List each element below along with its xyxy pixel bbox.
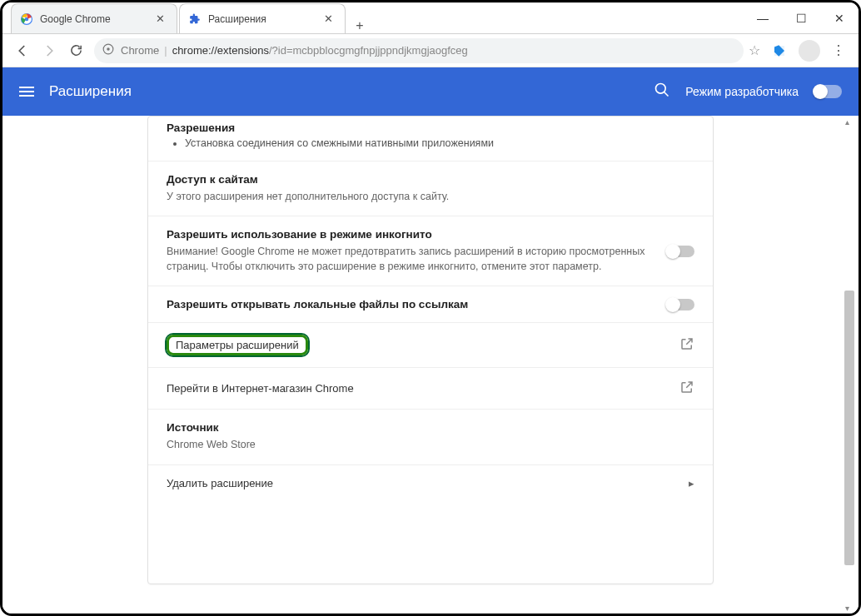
forward-button[interactable] — [36, 37, 62, 64]
new-tab-button[interactable]: + — [347, 18, 372, 33]
tab-strip: Google Chrome ✕ Расширения ✕ + — [2, 2, 372, 33]
site-access-section: Доступ к сайтам У этого расширения нет д… — [148, 161, 713, 216]
webstore-row[interactable]: Перейти в Интернет-магазин Chrome — [148, 368, 713, 410]
incognito-section: Разрешить использование в режиме инкогни… — [148, 216, 713, 286]
browser-tab-1[interactable]: Расширения ✕ — [179, 3, 346, 33]
scroll-thumb[interactable] — [844, 291, 854, 565]
chrome-icon — [20, 12, 33, 26]
section-title: Доступ к сайтам — [167, 173, 694, 186]
puzzle-icon — [188, 12, 202, 26]
menu-icon[interactable] — [19, 87, 34, 97]
vertical-scrollbar[interactable]: ▴ ▾ — [844, 116, 855, 614]
section-title: Источник — [167, 421, 694, 434]
profile-avatar[interactable] — [799, 40, 820, 62]
developer-mode-label: Режим разработчика — [685, 85, 799, 98]
section-description: У этого расширения нет дополнительного д… — [167, 189, 694, 204]
incognito-toggle[interactable] — [666, 246, 694, 257]
source-value: Chrome Web Store — [167, 437, 694, 452]
window-titlebar: Google Chrome ✕ Расширения ✕ + — ☐ ✕ — [2, 2, 859, 34]
open-in-new-icon — [679, 380, 694, 397]
section-title: Разрешить использование в режиме инкогни… — [167, 228, 646, 241]
bookmark-star-icon[interactable]: ☆ — [749, 42, 760, 58]
close-button[interactable]: ✕ — [820, 2, 859, 33]
scroll-up-icon[interactable]: ▴ — [845, 117, 854, 126]
browser-tab-0[interactable]: Google Chrome ✕ — [11, 3, 177, 33]
remove-label: Удалить расширение — [167, 477, 689, 489]
permissions-section: Разрешения Установка соединения со смежн… — [148, 117, 713, 161]
chevron-right-icon: ▸ — [689, 477, 694, 489]
svg-point-3 — [107, 47, 110, 51]
url-origin-label: Chrome — [121, 44, 159, 57]
reload-button[interactable] — [62, 37, 89, 64]
tab-title: Расширения — [208, 13, 266, 25]
chrome-page-icon — [102, 43, 114, 57]
url-query: /?id=mcbpblocgmgfnpjjppndjkmgjaogfceg — [269, 44, 468, 57]
file-urls-section: Разрешить открывать локальные файлы по с… — [148, 286, 713, 323]
back-button[interactable] — [9, 37, 36, 64]
section-title: Разрешения — [167, 122, 694, 134]
open-in-new-icon — [679, 336, 694, 354]
url-separator: | — [164, 44, 167, 57]
scroll-down-icon[interactable]: ▾ — [845, 604, 854, 612]
source-section: Источник Chrome Web Store — [148, 410, 713, 464]
window-controls: — ☐ ✕ — [744, 2, 859, 33]
extension-icon[interactable] — [770, 42, 789, 60]
svg-point-4 — [656, 84, 666, 94]
developer-mode-toggle[interactable] — [814, 85, 842, 98]
file-urls-toggle[interactable] — [666, 299, 694, 310]
kebab-menu-icon[interactable]: ⋮ — [825, 42, 852, 58]
permission-item: Установка соединения со смежными нативны… — [185, 137, 694, 149]
section-description: Внимание! Google Chrome не может предотв… — [167, 244, 646, 274]
address-bar[interactable]: Chrome | chrome://extensions /?id=mcbpbl… — [94, 38, 744, 63]
section-title: Разрешить открывать локальные файлы по с… — [167, 298, 694, 310]
tab-title: Google Chrome — [40, 13, 111, 25]
url-path: chrome://extensions — [172, 44, 269, 57]
search-icon[interactable] — [654, 82, 670, 102]
extension-options-row[interactable]: Параметры расширений — [148, 323, 713, 368]
extensions-header: Расширения Режим разработчика — [2, 67, 859, 116]
remove-extension-row[interactable]: Удалить расширение ▸ — [148, 465, 713, 501]
extension-options-label: Параметры расширений — [167, 335, 308, 355]
close-icon[interactable]: ✕ — [322, 12, 335, 26]
content-area: Разрешения Установка соединения со смежн… — [2, 116, 859, 614]
maximize-button[interactable]: ☐ — [782, 2, 820, 33]
minimize-button[interactable]: — — [744, 2, 782, 33]
close-icon[interactable]: ✕ — [154, 12, 167, 26]
browser-toolbar: Chrome | chrome://extensions /?id=mcbpbl… — [2, 34, 859, 67]
webstore-label: Перейти в Интернет-магазин Chrome — [167, 382, 679, 395]
extension-details-card: Разрешения Установка соединения со смежн… — [147, 116, 714, 584]
page-title: Расширения — [49, 83, 132, 100]
